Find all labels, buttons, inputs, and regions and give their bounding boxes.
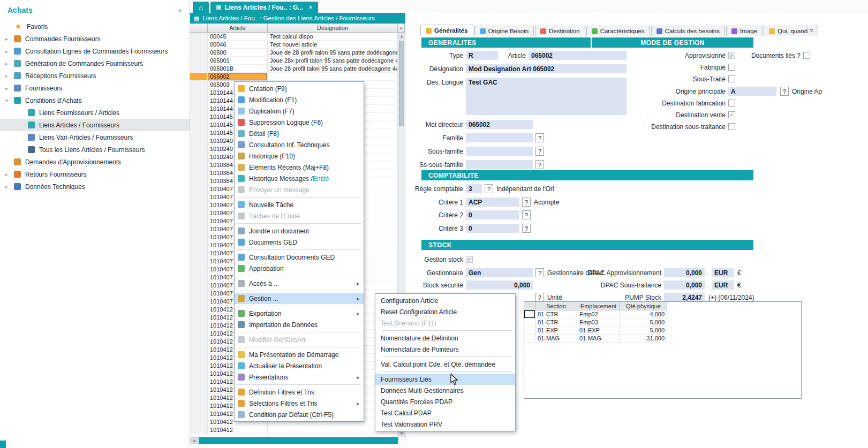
expander-icon[interactable]: ▸ [5,172,14,177]
detail-tab[interactable]: Image [726,26,763,36]
article-code-cell[interactable]: 065002 [208,73,268,81]
stock-selector-header[interactable] [524,302,535,310]
destination-vente-checkbox[interactable] [728,111,735,118]
selector-column-header[interactable] [190,24,208,33]
table-row[interactable]: 065001 Joue 28x profil talon 95 sans pat… [190,57,398,65]
article-designation-cell[interactable]: Test nouvel article [268,41,398,49]
column-header-designation[interactable]: Désignation [268,24,398,33]
stock-header-section[interactable]: Section [535,302,577,310]
sidebar-item[interactable]: Liens Fournisseurs / Articles [0,107,190,119]
sidebar-item[interactable]: Tous les Liens Articles / Fournisseurs [0,143,190,156]
row-selector[interactable] [190,217,208,225]
sidebar-item[interactable]: Demandes d'Approvisionnements [0,156,190,168]
famille-field[interactable] [466,133,533,142]
critere1-lookup-button[interactable]: ? [522,198,531,207]
scroll-left-icon[interactable]: ◄ [190,437,198,444]
submenu-item[interactable]: Test Calcul PDAP [375,407,515,419]
row-selector[interactable] [190,249,208,257]
menu-item[interactable]: Consultation Documents GED [235,252,364,263]
sidebar-item[interactable]: ▸ Réceptions Fournisseurs [0,70,190,82]
critere2-lookup-button[interactable]: ? [522,210,531,219]
row-selector[interactable] [190,402,208,410]
sidebar-item[interactable]: ▾ Conditions d'Achats [0,94,190,107]
submenu-item[interactable]: Val. Calcul point Cde. et Qté. demandée [375,359,515,370]
menu-item[interactable]: Eléments Récents (Maj+F8) [235,162,364,173]
sidebar-item[interactable]: ▸ Consultation Lignes de Commandes Fourn… [0,45,190,57]
gestion-stock-checkbox[interactable] [466,256,473,263]
row-selector[interactable] [190,370,208,378]
expander-icon[interactable]: ▸ [5,184,14,189]
menu-item[interactable]: Définition Filtres et Tris [235,386,364,398]
menu-item[interactable]: Joindre un document [235,225,364,237]
ss-sous-famille-lookup-button[interactable]: ? [535,160,544,169]
grid-menu-icon[interactable]: ≡ [398,24,405,33]
critere2-field[interactable]: 0 [466,210,519,219]
detail-tab[interactable]: Qui, quand ? [764,26,818,36]
regle-lookup-button[interactable]: ? [485,184,493,193]
row-selector[interactable] [190,386,208,394]
row-selector[interactable] [190,394,208,402]
destination-fabrication-checkbox[interactable] [728,100,735,107]
menu-item[interactable]: Historique (F10) [235,150,364,162]
menu-item[interactable]: Détail (F8) [235,128,364,139]
row-selector[interactable] [190,233,208,241]
origine-lookup-button[interactable]: ? [780,87,789,96]
column-header-article[interactable]: Article [208,24,268,33]
close-icon[interactable]: × [308,3,313,11]
row-selector[interactable] [190,97,208,105]
submenu-item[interactable]: Nomenclature de Définition [375,332,515,344]
ss-sous-famille-field[interactable] [466,160,533,169]
sidebar-item[interactable]: ▸ Données Techniques [0,180,190,193]
dpac-appro-currency-field[interactable]: EUR [712,268,734,277]
row-selector[interactable] [190,73,208,81]
sidebar-close-icon[interactable]: × [177,6,182,15]
sous-famille-lookup-button[interactable]: ? [535,147,544,156]
row-selector[interactable] [190,193,208,201]
submenu-item[interactable]: Nomenclature de Pointeurs [375,344,515,355]
sous-famille-field[interactable] [466,147,533,156]
row-selector[interactable] [190,362,208,370]
stock-securite-field[interactable]: 0,000 [466,280,533,290]
table-row[interactable]: 00046 Test nouvel article [190,41,398,49]
row-selector[interactable] [190,185,208,193]
article-designation-cell[interactable]: Test calcul dispo [268,33,398,41]
documents-lies-checkbox[interactable] [803,52,810,59]
row-selector[interactable] [190,129,208,137]
menu-item[interactable]: Exportation ▸ [235,308,364,319]
submenu-item[interactable]: Test Scénario (F11) [375,317,515,329]
origine-principale-field[interactable]: A [728,87,776,96]
expander-icon[interactable]: ▸ [5,61,14,66]
row-selector[interactable] [190,257,208,265]
table-row[interactable]: 00045 Test calcul dispo [190,33,398,41]
sidebar-item[interactable]: ▸ Retours Fournisseurs [0,168,190,180]
stock-header-qty[interactable]: Qté physique [620,302,667,310]
submenu-item[interactable]: Configuration Article [375,295,515,306]
vertical-scroll-thumb[interactable] [399,41,404,126]
stock-row[interactable]: 01-CTR Emp02 4,000 [524,310,667,318]
detail-tab[interactable]: Calculs des besoins [651,26,725,36]
expander-icon[interactable]: ▸ [5,73,14,79]
detail-tab[interactable]: Généralités [420,25,473,36]
row-selector[interactable] [190,378,208,386]
row-selector[interactable] [190,113,208,121]
article-code-cell[interactable]: 065001B [208,65,268,73]
sidebar-item[interactable]: ▸ Génération de Commandes Fournisseurs [0,57,190,70]
article-designation-cell[interactable] [268,73,398,81]
critere1-field[interactable]: ACP [466,198,519,207]
stock-header-emplacement[interactable]: Emplacement [577,302,620,310]
row-selector[interactable] [190,105,208,113]
regle-comptable-field[interactable]: 3 [466,184,482,193]
row-selector[interactable] [190,282,208,290]
unite-lookup-button[interactable]: ? [535,293,544,302]
menu-item[interactable]: Approbation [235,263,364,274]
row-selector[interactable] [190,314,208,322]
sidebar-item[interactable]: ▸ Commandes Fournisseurs [0,33,190,45]
famille-lookup-button[interactable]: ? [535,133,544,142]
menu-item[interactable]: Condition par Défaut (Ctrl-F5) [235,409,364,420]
row-selector[interactable] [190,274,208,282]
dpac-st-currency-field[interactable]: EUR [712,280,734,290]
menu-item[interactable]: Accès à ... ▸ [235,278,364,289]
article-code-cell[interactable]: 06500 [208,49,268,57]
approvisionne-checkbox[interactable] [728,52,735,59]
detail-tab[interactable]: Origine Besoin [474,26,534,36]
